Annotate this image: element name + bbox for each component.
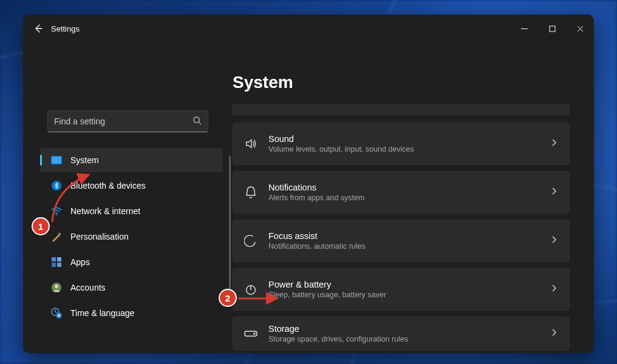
sidebar-item-label: System bbox=[70, 155, 99, 165]
settings-window: Settings bbox=[23, 15, 594, 353]
back-arrow-icon bbox=[33, 24, 43, 33]
list-card-partial-top[interactable] bbox=[233, 104, 570, 115]
settings-item-storage[interactable]: Storage Storage space, drives, configura… bbox=[233, 317, 570, 351]
svg-point-1 bbox=[194, 116, 199, 122]
svg-rect-10 bbox=[57, 263, 61, 267]
svg-rect-7 bbox=[52, 257, 56, 261]
svg-point-17 bbox=[254, 333, 255, 334]
settings-item-focus-assist[interactable]: Focus assist Notifications, automatic ru… bbox=[233, 220, 570, 262]
power-icon bbox=[244, 283, 257, 296]
item-subtitle: Storage space, drives, configuration rul… bbox=[268, 335, 539, 343]
svg-rect-8 bbox=[57, 257, 61, 261]
settings-list: Sound Volume levels, output, input, soun… bbox=[233, 104, 570, 353]
wifi-icon bbox=[51, 206, 62, 217]
notifications-icon bbox=[244, 186, 257, 199]
settings-item-power-battery[interactable]: Power & battery Sleep, battery usage, ba… bbox=[233, 268, 570, 311]
accounts-icon bbox=[51, 282, 62, 293]
storage-icon bbox=[244, 327, 257, 340]
sidebar: System Bluetooth & devices N bbox=[23, 42, 233, 353]
close-button[interactable] bbox=[566, 15, 594, 42]
item-title: Notifications bbox=[268, 183, 539, 192]
close-icon bbox=[577, 25, 584, 32]
svg-point-5 bbox=[56, 214, 58, 215]
svg-rect-9 bbox=[52, 263, 56, 267]
annotation-badge-1-text: 1 bbox=[38, 221, 43, 232]
sidebar-item-label: Accounts bbox=[70, 283, 106, 292]
system-icon bbox=[51, 155, 62, 166]
search-icon bbox=[193, 116, 202, 127]
sidebar-item-label: Personalisation bbox=[70, 232, 129, 241]
search-box[interactable] bbox=[47, 110, 208, 132]
chevron-right-icon bbox=[550, 235, 558, 246]
sidebar-item-system[interactable]: System bbox=[40, 148, 223, 172]
settings-item-sound[interactable]: Sound Volume levels, output, input, soun… bbox=[233, 123, 570, 165]
minimize-icon bbox=[521, 25, 528, 32]
chevron-right-icon bbox=[550, 187, 558, 198]
sidebar-item-accounts[interactable]: Accounts bbox=[40, 275, 223, 300]
annotation-badge-2-text: 2 bbox=[225, 293, 230, 303]
window-controls bbox=[510, 15, 594, 42]
settings-item-notifications[interactable]: Notifications Alerts from apps and syste… bbox=[233, 171, 570, 214]
sidebar-item-label: Time & language bbox=[70, 308, 134, 318]
search-input[interactable] bbox=[54, 116, 193, 126]
sidebar-item-time-language[interactable]: Time & language bbox=[40, 301, 223, 325]
sidebar-scrollbar[interactable] bbox=[229, 155, 231, 307]
bluetooth-icon bbox=[51, 180, 62, 191]
focus-assist-icon bbox=[244, 234, 257, 248]
sidebar-item-bluetooth[interactable]: Bluetooth & devices bbox=[40, 174, 223, 198]
item-subtitle: Notifications, automatic rules bbox=[268, 242, 539, 251]
sidebar-item-apps[interactable]: Apps bbox=[40, 250, 223, 274]
annotation-badge-2: 2 bbox=[219, 289, 237, 307]
item-title: Focus assist bbox=[268, 231, 539, 241]
chevron-right-icon bbox=[550, 138, 558, 149]
app-title: Settings bbox=[51, 24, 80, 33]
chevron-right-icon bbox=[550, 284, 558, 295]
item-subtitle: Volume levels, output, input, sound devi… bbox=[268, 145, 539, 153]
item-subtitle: Alerts from apps and system bbox=[268, 194, 539, 202]
page-title: System bbox=[233, 73, 570, 92]
minimize-button[interactable] bbox=[510, 15, 538, 42]
sidebar-item-label: Bluetooth & devices bbox=[70, 181, 146, 190]
sidebar-item-label: Apps bbox=[70, 257, 90, 267]
item-subtitle: Sleep, battery usage, battery saver bbox=[268, 291, 539, 299]
svg-rect-3 bbox=[52, 157, 61, 164]
item-title: Storage bbox=[268, 324, 539, 334]
time-language-icon bbox=[51, 308, 62, 318]
back-button[interactable] bbox=[29, 19, 47, 38]
titlebar: Settings bbox=[23, 15, 594, 42]
sidebar-item-personalisation[interactable]: Personalisation bbox=[40, 224, 223, 249]
svg-point-12 bbox=[55, 285, 58, 288]
item-title: Power & battery bbox=[268, 280, 539, 289]
item-title: Sound bbox=[268, 134, 539, 144]
annotation-badge-1: 1 bbox=[32, 217, 50, 235]
svg-rect-0 bbox=[550, 26, 555, 32]
apps-icon bbox=[51, 257, 62, 268]
personalisation-icon bbox=[51, 231, 62, 242]
main-content: System Sound Volume levels, output, inpu… bbox=[233, 42, 594, 353]
sound-icon bbox=[244, 137, 257, 150]
sidebar-item-network[interactable]: Network & internet bbox=[40, 199, 223, 223]
nav: System Bluetooth & devices N bbox=[23, 148, 233, 353]
maximize-icon bbox=[549, 25, 556, 32]
maximize-button[interactable] bbox=[538, 15, 566, 42]
chevron-right-icon bbox=[550, 328, 558, 339]
sidebar-item-label: Network & internet bbox=[70, 206, 140, 216]
